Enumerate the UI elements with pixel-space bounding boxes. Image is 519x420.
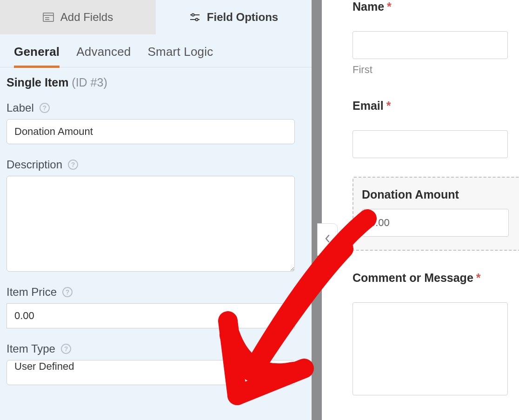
tab-add-fields[interactable]: Add Fields [0, 0, 156, 34]
help-icon[interactable]: ? [68, 160, 78, 170]
preview-name: Name* First [353, 0, 519, 76]
field-type-title: Single Item [7, 76, 68, 89]
sub-tab-smart-logic[interactable]: Smart Logic [147, 45, 213, 67]
required-star: * [386, 99, 391, 112]
form-preview: Name* First Email* Donation Amount Comme… [322, 0, 519, 420]
sliders-icon [189, 12, 200, 22]
field-id: (ID #3) [72, 76, 107, 89]
chevron-left-icon [324, 234, 331, 245]
help-icon[interactable]: ? [61, 344, 71, 354]
donation-input[interactable] [362, 209, 509, 237]
svg-point-7 [195, 18, 198, 20]
name-label: Name [353, 0, 384, 13]
sub-tab-advanced[interactable]: Advanced [76, 45, 131, 67]
tab-field-options-label: Field Options [207, 11, 278, 24]
donation-label: Donation Amount [362, 188, 511, 201]
top-tabs: Add Fields Field Options [0, 0, 312, 34]
item-type-label: Item Type [7, 342, 55, 355]
description-input[interactable] [7, 176, 295, 272]
label-input[interactable] [7, 119, 295, 144]
collapse-handle[interactable] [317, 223, 338, 256]
preview-donation-selected[interactable]: Donation Amount [353, 177, 519, 251]
email-input[interactable] [353, 130, 508, 158]
email-label: Email [353, 99, 384, 112]
preview-email: Email* [353, 99, 519, 158]
help-icon[interactable]: ? [40, 103, 50, 113]
comment-textarea[interactable] [353, 302, 508, 395]
required-star: * [387, 0, 392, 13]
item-price-input[interactable] [7, 303, 295, 328]
description-label: Description [7, 158, 62, 171]
panel-divider [312, 0, 322, 420]
settings-panel: Add Fields Field Options General Advance… [0, 0, 312, 420]
sub-tab-general[interactable]: General [14, 45, 60, 68]
row-label: Label ? [7, 101, 305, 144]
help-icon[interactable]: ? [62, 287, 73, 297]
preview-comment: Comment or Message* [353, 271, 519, 395]
comment-label: Comment or Message [353, 271, 473, 284]
row-description: Description ? [7, 158, 305, 272]
item-price-label: Item Price [7, 286, 57, 299]
row-item-price: Item Price ? [7, 286, 305, 328]
first-sublabel: First [353, 64, 519, 76]
tab-add-fields-label: Add Fields [60, 11, 113, 24]
row-item-type: Item Type ? User Defined [7, 342, 305, 385]
required-star: * [476, 271, 481, 284]
form-icon [43, 13, 54, 22]
tab-field-options[interactable]: Field Options [156, 0, 312, 34]
item-type-select[interactable]: User Defined [7, 360, 295, 385]
sub-tabs: General Advanced Smart Logic [0, 45, 312, 67]
svg-point-5 [192, 13, 194, 16]
label-label: Label [7, 101, 34, 114]
field-meta: Single Item (ID #3) [0, 67, 312, 89]
first-name-input[interactable] [353, 31, 508, 59]
